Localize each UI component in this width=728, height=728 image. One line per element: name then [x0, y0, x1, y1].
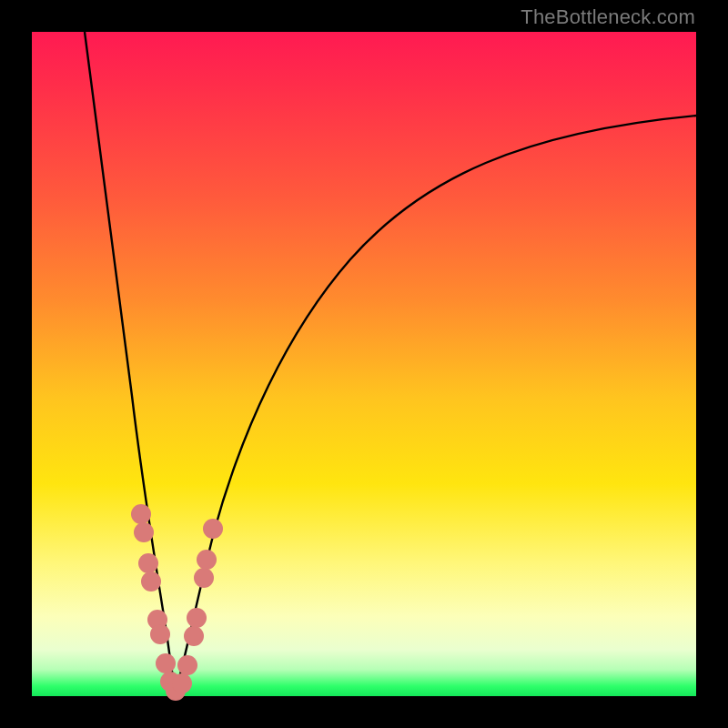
watermark-text: TheBottleneck.com	[521, 5, 695, 29]
bottleneck-curve	[32, 32, 696, 696]
svg-point-0	[131, 504, 151, 524]
svg-point-13	[194, 568, 214, 588]
svg-point-1	[134, 522, 154, 542]
curve-right-branch	[176, 116, 696, 693]
svg-point-12	[187, 608, 207, 628]
svg-point-14	[197, 550, 217, 570]
svg-point-6	[156, 653, 176, 673]
svg-point-9	[172, 673, 192, 693]
outer-frame: TheBottleneck.com	[0, 0, 728, 728]
svg-point-15	[203, 519, 223, 539]
svg-point-11	[184, 626, 204, 646]
plot-area	[32, 32, 696, 696]
svg-point-2	[138, 553, 158, 573]
svg-point-10	[177, 655, 197, 675]
curve-left-branch	[85, 32, 176, 693]
svg-point-3	[141, 571, 161, 592]
highlight-dot-cluster	[131, 504, 223, 701]
svg-point-5	[150, 624, 170, 644]
